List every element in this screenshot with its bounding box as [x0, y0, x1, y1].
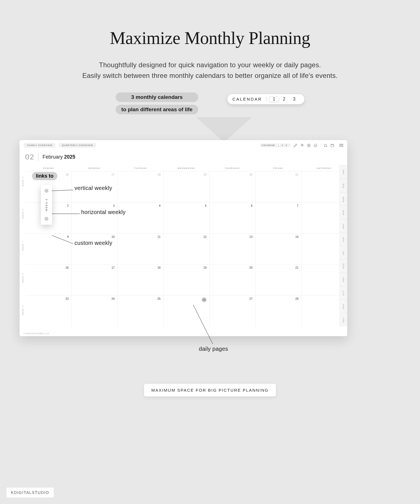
day-of-week-header: THURSDAY — [209, 165, 255, 171]
month-tab[interactable]: FEB — [340, 179, 347, 192]
day-cell[interactable]: 16 — [26, 264, 72, 295]
day-cell[interactable]: 12 — [164, 234, 209, 264]
week-label[interactable]: WEEK 9 — [20, 294, 26, 326]
hero-subtitle: Thoughtfully designed for quick navigati… — [0, 60, 420, 81]
day-cell[interactable]: 18 — [118, 264, 164, 295]
day-cell[interactable]: 31 — [256, 171, 302, 202]
day-cell[interactable]: 25 — [118, 296, 164, 326]
svg-point-3 — [315, 145, 315, 145]
day-cell[interactable]: 19 — [164, 264, 209, 295]
calendar-tab-1[interactable]: 1 — [269, 96, 279, 102]
day-cell[interactable]: 21 — [256, 264, 302, 295]
day-cell[interactable]: 13 — [210, 234, 256, 264]
svg-point-2 — [314, 144, 317, 147]
month-tab[interactable]: DEC — [340, 313, 347, 326]
hero-title: Maximize Monthly Planning — [0, 28, 420, 48]
brand-badge: KDIGITALSTUDIO — [6, 487, 54, 498]
custom-weekly-label: custom weekly — [74, 240, 112, 246]
day-cell[interactable]: 30 — [210, 171, 256, 202]
calendar-tab-3[interactable]: 3 — [289, 97, 299, 102]
day-cell[interactable]: 17 — [72, 264, 118, 295]
month-tab[interactable]: JAN — [340, 165, 347, 179]
planner-window: YEARLY OVERVIEW QUARTERLY OVERVIEW CALEN… — [20, 140, 347, 336]
day-cell[interactable]: 4 — [118, 203, 164, 233]
quarterly-overview-tab[interactable]: QUARTERLY OVERVIEW — [59, 143, 96, 148]
day-of-week-header: TUESDAY — [118, 165, 164, 171]
menu-icon[interactable] — [339, 144, 343, 147]
links-to-label: links to — [32, 172, 57, 180]
horizontal-weekly-label: horizontal weekly — [81, 209, 126, 215]
month-tab[interactable]: MAY — [340, 219, 347, 233]
sparkle-icon[interactable] — [300, 143, 304, 147]
callout-pill-2: to plan different areas of life — [116, 105, 198, 114]
day-cell[interactable]: 11 — [118, 234, 164, 264]
month-tab[interactable]: JUN — [340, 233, 347, 246]
day-cell[interactable]: 28 — [118, 171, 164, 202]
daily-pages-label: daily pages — [199, 346, 228, 352]
day-cell[interactable]: 28 — [256, 296, 302, 326]
calendar-switcher-mini[interactable]: CALENDAR 1 2 3 — [260, 143, 291, 147]
custom-weekly-dot[interactable] — [45, 217, 48, 221]
day-cell[interactable]: 27 — [210, 296, 256, 326]
month-number: 02 — [25, 153, 39, 161]
calendar-switcher-large: CALENDAR 1 2 3 — [227, 94, 304, 104]
copyright-footer: © KDIGITALSTUDIO, LLC — [24, 333, 49, 335]
calendar-switcher-label: CALENDAR — [232, 97, 266, 101]
week-popup[interactable]: WEEK 6 — [41, 185, 52, 225]
calendar-tab-2[interactable]: 2 — [279, 97, 289, 102]
yearly-overview-tab[interactable]: YEARLY OVERVIEW — [24, 143, 56, 148]
month-tab[interactable]: SEP — [340, 273, 347, 286]
month-title: February 2025 — [43, 154, 75, 160]
month-tab[interactable]: APR — [340, 206, 347, 219]
day-cell[interactable]: 14 — [256, 234, 302, 264]
day-cell[interactable]: 10 — [72, 234, 118, 264]
month-tab[interactable]: MAR — [340, 192, 347, 206]
svg-point-0 — [307, 144, 310, 147]
day-cell[interactable]: 24 — [72, 296, 118, 326]
week-popup-label: WEEK 6 — [45, 198, 48, 211]
month-tab[interactable]: OCT — [340, 286, 347, 299]
dropdown-triangle-shadow — [196, 117, 252, 142]
day-cell[interactable]: 20 — [210, 264, 256, 295]
day-of-week-header: SUNDAY — [26, 165, 72, 171]
day-cell[interactable]: 29 — [164, 171, 209, 202]
bottom-badge: MAXIMUM SPACE FOR BIG PICTURE PLANNING — [144, 384, 276, 396]
target-icon[interactable] — [307, 143, 311, 147]
svg-point-1 — [308, 145, 309, 146]
week-label[interactable]: WEEK 8 — [20, 262, 26, 294]
week-label[interactable]: WEEK 6 — [20, 198, 26, 230]
day-of-week-header: MONDAY — [72, 165, 118, 171]
bell-icon[interactable] — [324, 143, 328, 147]
day-cell[interactable]: 6 — [210, 203, 256, 233]
day-cell[interactable]: 26 — [164, 296, 209, 326]
smile-icon[interactable] — [314, 143, 318, 147]
pencil-icon[interactable] — [293, 143, 297, 147]
month-tab[interactable]: NOV — [340, 299, 347, 313]
svg-rect-5 — [331, 144, 334, 147]
calendar-icon[interactable] — [330, 143, 334, 147]
month-tab[interactable]: AUG — [340, 259, 347, 273]
vertical-weekly-label: vertical weekly — [74, 185, 112, 191]
week-label[interactable]: WEEK 7 — [20, 230, 26, 262]
week-label[interactable]: WEEK 5 — [20, 165, 26, 198]
day-cell[interactable]: 7 — [256, 203, 302, 233]
callout-pill-1: 3 monthly calendars — [116, 92, 198, 102]
day-of-week-header: FRIDAY — [255, 165, 301, 171]
month-tab[interactable]: JUL — [340, 246, 347, 259]
svg-point-4 — [316, 145, 316, 145]
vertical-weekly-dot[interactable] — [45, 189, 48, 193]
day-cell[interactable]: 23 — [26, 296, 72, 326]
day-of-week-header: WEDNESDAY — [164, 165, 209, 171]
day-cell[interactable]: 5 — [164, 203, 209, 233]
day-cell[interactable]: 9 — [26, 234, 72, 264]
day-cell[interactable]: 3 — [72, 203, 118, 233]
